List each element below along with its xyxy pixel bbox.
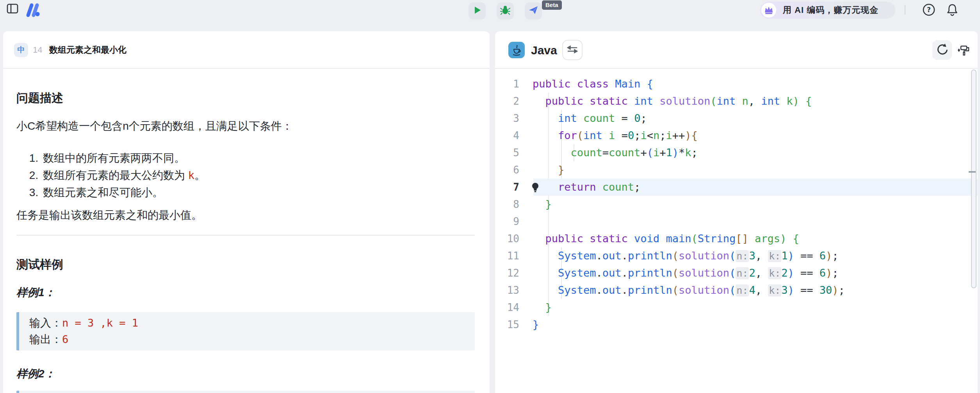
sample2-label: 样例2： — [16, 366, 475, 381]
help-button[interactable]: ? — [921, 2, 937, 19]
refresh-button[interactable] — [932, 40, 952, 60]
conditions-list: 数组中的所有元素两两不同。 数组所有元素的最大公约数为 k。 数组元素之和尽可能… — [41, 150, 475, 201]
code-line[interactable]: 11 System.out.println(solution(n:3, k:1)… — [495, 247, 978, 264]
difficulty-badge: 中 — [14, 43, 28, 57]
editor-scrollbar[interactable] — [971, 70, 976, 288]
line-number[interactable]: 13 — [495, 282, 522, 299]
code-text: int count = 0; — [533, 112, 647, 124]
code-line[interactable]: 2 public static int solution(int n, int … — [495, 93, 978, 110]
paint-roller-sparkle-icon — [957, 52, 970, 58]
sample-input-line: 输入：n = 3 ,k = 1 — [29, 315, 465, 331]
problem-task: 任务是输出该数组元素之和的最小值。 — [16, 207, 475, 223]
sample2-block — [16, 391, 475, 393]
format-code-button[interactable] — [957, 44, 970, 57]
problem-header: 中 14 数组元素之和最小化 — [3, 31, 490, 69]
code-text: } — [533, 198, 552, 210]
sample1-block: 输入：n = 3 ,k = 1 输出：6 — [16, 312, 475, 350]
code-editor[interactable]: 1public class Main {2 public static int … — [495, 69, 978, 333]
code-line[interactable]: 9 — [495, 213, 978, 230]
problem-panel: 中 14 数组元素之和最小化 问题描述 小C希望构造一个包含n个元素的数组，且满… — [3, 31, 490, 393]
condition-item: 数组元素之和尽可能小。 — [41, 184, 475, 201]
code-text: public static void main(String[] args) { — [533, 232, 799, 245]
language-label: Java — [531, 44, 557, 57]
top-toolbar: Beta 用 AI 编码，赚万元现金 ? — [0, 0, 980, 31]
code-line[interactable]: 13 System.out.println(solution(n:4, k:3)… — [495, 282, 978, 299]
code-line[interactable]: 3 int count = 0; — [495, 110, 978, 127]
help-icon: ? — [922, 3, 936, 18]
line-number[interactable]: 2 — [495, 93, 522, 110]
code-text: } — [533, 318, 539, 330]
problem-intro: 小C希望构造一个包含n个元素的数组，且满足以下条件： — [16, 118, 475, 134]
sidebar-toggle-icon — [6, 3, 19, 16]
problem-content: 问题描述 小C希望构造一个包含n个元素的数组，且满足以下条件： 数组中的所有元素… — [3, 69, 490, 393]
code-line[interactable]: 8 } — [495, 196, 978, 213]
code-text: } — [533, 301, 552, 313]
line-number[interactable]: 12 — [495, 264, 522, 282]
beta-badge: Beta — [542, 0, 562, 10]
sidebar-toggle-button[interactable] — [5, 3, 20, 16]
line-number[interactable]: 5 — [495, 144, 522, 161]
code-text: return count; — [533, 181, 640, 193]
ai-promo-label: 用 AI 编码，赚万元现金 — [783, 4, 878, 16]
line-number[interactable]: 6 — [495, 161, 522, 179]
samples-heading: 测试样例 — [16, 257, 475, 272]
refresh-icon — [935, 43, 949, 57]
line-number[interactable]: 15 — [495, 316, 522, 333]
java-language-icon — [508, 42, 525, 58]
line-number[interactable]: 11 — [495, 247, 522, 264]
line-number[interactable]: 10 — [495, 230, 522, 247]
language-swap-button[interactable] — [562, 40, 583, 60]
content-divider — [16, 235, 475, 236]
paper-plane-icon — [528, 5, 538, 17]
line-number[interactable]: 14 — [495, 299, 522, 316]
marscode-logo-icon — [24, 2, 40, 20]
code-line[interactable]: 7 return count; — [495, 179, 978, 196]
code-line[interactable]: 6 } — [495, 161, 978, 179]
code-text: } — [533, 164, 564, 176]
debug-button[interactable] — [497, 2, 514, 20]
sample-input-value: n = 3 ,k = 1 — [62, 317, 138, 329]
code-text: System.out.println(solution(n:3, k:1) ==… — [533, 250, 839, 262]
code-line[interactable]: 4 for(int i =0;i<n;i++){ — [495, 127, 978, 144]
code-line[interactable]: 14 } — [495, 299, 978, 316]
sample1-label: 样例1： — [16, 285, 475, 300]
play-icon — [472, 5, 482, 16]
bell-icon — [946, 3, 959, 18]
line-number[interactable]: 1 — [495, 75, 522, 93]
description-heading: 问题描述 — [16, 91, 475, 105]
editor-panel: Java — [495, 31, 978, 393]
condition-item: 数组所有元素的最大公约数为 k。 — [41, 167, 475, 184]
code-text: System.out.println(solution(n:2, k:2) ==… — [533, 267, 839, 279]
submit-button[interactable] — [525, 2, 542, 20]
swap-arrows-icon — [567, 44, 578, 56]
problem-title: 数组元素之和最小化 — [49, 44, 127, 56]
code-line[interactable]: 1public class Main { — [495, 75, 978, 93]
condition-item: 数组中的所有元素两两不同。 — [41, 150, 475, 167]
code-text: for(int i =0;i<n;i++){ — [533, 129, 698, 141]
ai-promo-button[interactable]: 用 AI 编码，赚万元现金 — [760, 2, 895, 19]
sample-output-value: 6 — [62, 333, 68, 345]
code-line[interactable]: 5 count=count+(i+1)*k; — [495, 144, 978, 161]
marscode-logo[interactable] — [23, 2, 41, 20]
code-line[interactable]: 10 public static void main(String[] args… — [495, 230, 978, 247]
code-text: System.out.println(solution(n:4, k:3) ==… — [533, 284, 845, 296]
line-number[interactable]: 4 — [495, 127, 522, 144]
crown-icon — [761, 3, 776, 18]
run-button[interactable] — [469, 2, 486, 20]
scrollbar-position-mark — [969, 171, 976, 173]
code-text: public static int solution(int n, int k)… — [533, 95, 812, 107]
code-line[interactable]: 15} — [495, 316, 978, 333]
sample-output-line: 输出：6 — [29, 331, 465, 348]
toolbar-divider — [905, 5, 905, 14]
svg-text:?: ? — [927, 6, 931, 14]
code-line[interactable]: 12 System.out.println(solution(n:2, k:2)… — [495, 264, 978, 282]
line-number[interactable]: 3 — [495, 110, 522, 127]
line-number[interactable]: 8 — [495, 196, 522, 213]
editor-header: Java — [495, 31, 978, 69]
notifications-button[interactable] — [944, 2, 960, 19]
code-text: public class Main { — [533, 78, 653, 90]
line-number[interactable]: 7 — [495, 179, 522, 196]
code-text: count=count+(i+1)*k; — [533, 146, 698, 159]
line-number[interactable]: 9 — [495, 213, 522, 230]
inline-code-k: k — [188, 169, 194, 181]
